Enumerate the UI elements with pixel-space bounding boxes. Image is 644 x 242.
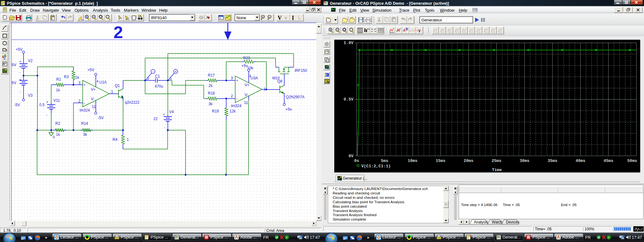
svg-text:0.5V: 0.5V [344,97,353,102]
svg-text:15ms: 15ms [436,158,445,163]
svg-text:5V: 5V [12,81,16,85]
svg-text:Generateur: Generateur [421,18,442,22]
svg-text:5V: 5V [12,63,16,67]
svg-text:V11: V11 [53,98,60,103]
svg-text:+: + [163,112,165,116]
svg-text:3k: 3k [83,132,87,137]
svg-text:Time = .05: Time = .05 [503,203,520,207]
svg-text:2: 2 [78,99,80,103]
svg-text:P: P [286,236,288,239]
svg-text:0s: 0s [354,158,359,163]
svg-text:* C:\Users\Amaury LAURENT\Docu: * C:\Users\Amaury LAURENT\Documents\Gene… [333,187,428,191]
svg-text:Q1: Q1 [115,84,120,88]
svg-text:V+: V+ [91,87,96,92]
svg-text:V: V [262,16,264,19]
svg-text:-5V: -5V [98,116,104,120]
svg-text:+5v: +5v [242,64,248,68]
svg-text:None: None [236,15,246,20]
svg-text:Watch: Watch [492,220,502,224]
svg-text:R17: R17 [208,73,215,78]
svg-text:Lecteur ...: Lecteur ... [60,235,79,239]
svg-text:+: + [19,60,21,63]
svg-text:Adobe ...: Adobe ... [240,235,257,239]
svg-text:lm324: lm324 [231,104,242,108]
svg-text:+5v: +5v [286,107,292,112]
svg-text:V-: V- [91,97,94,101]
svg-text:C1: C1 [155,74,160,78]
svg-text:PSpice ...: PSpice ... [91,235,108,239]
svg-text:11: 11 [244,101,248,105]
svg-text:V2: V2 [28,59,33,63]
svg-text:P: P [608,236,610,239]
svg-text:PSpice ...: PSpice ... [473,235,490,239]
svg-text:2k: 2k [208,84,213,88]
svg-text:20ms: 20ms [464,158,473,163]
svg-text:PSpice ...: PSpice ... [121,235,138,239]
svg-text:+5V: +5V [16,47,23,52]
svg-text:+5V: +5V [87,68,94,72]
svg-text:U3A: U3A [251,76,258,80]
svg-text:30ms: 30ms [519,158,529,163]
svg-text:-: - [164,125,165,129]
svg-text:lm324: lm324 [80,108,90,112]
svg-text:Reading and checking circuit: Reading and checking circuit [333,191,380,195]
svg-text:PSpice ...: PSpice ... [413,235,430,239]
svg-text:I: I [298,15,299,18]
svg-text:q2n2222: q2n2222 [125,100,140,105]
svg-text:-: - [84,101,85,105]
svg-text:Circuit read in and checked, n: Circuit read in and checked, no errors [333,195,395,200]
svg-text:25ms: 25ms [491,158,501,163]
svg-text:1k: 1k [56,132,60,137]
svg-text:Devices: Devices [506,220,519,224]
svg-text:-: - [46,113,47,117]
svg-text:PSpice ...: PSpice ... [210,235,228,239]
svg-text:FR: FR [585,235,591,240]
svg-text:1: 1 [111,89,113,94]
svg-text:10k: 10k [247,66,253,70]
svg-text:12k: 12k [230,109,236,113]
svg-text:Bias point calculated: Bias point calculated [333,204,367,209]
svg-text:PSpice ...: PSpice ... [151,235,168,239]
svg-text:V: V [278,15,282,21]
svg-text:-: - [153,69,154,74]
svg-text:A: A [3,63,4,65]
svg-text:IRF9140: IRF9140 [151,15,167,20]
svg-text:V(C1:2,C1:1): V(C1:2,C1:1) [361,164,391,169]
svg-text:Generat...: Generat... [180,235,199,239]
svg-text:»: » [367,235,369,240]
svg-text:Time: Time [492,168,502,172]
svg-text:10ms: 10ms [408,158,417,163]
svg-text:+: + [46,100,48,104]
svg-text:C: C [3,56,6,60]
svg-text:A: A [403,29,405,32]
svg-text:B: B [406,27,408,31]
svg-text:V4: V4 [169,110,174,114]
svg-text:Time step = 4.149E-06: Time step = 4.149E-06 [461,203,497,207]
svg-text:35ms: 35ms [547,158,557,163]
svg-text:R23: R23 [243,56,250,60]
svg-text:+: + [175,70,176,73]
svg-text:17:47: 17:47 [632,235,642,240]
svg-text:11: 11 [92,105,96,109]
svg-text:1.0V: 1.0V [344,41,353,45]
svg-text:45ms: 45ms [603,158,613,163]
svg-text:470u: 470u [155,84,163,89]
svg-text:R4: R4 [113,137,118,142]
svg-text:Transient Analysis: Transient Analysis [333,209,363,213]
svg-text:22: 22 [153,117,158,121]
svg-text:U1A: U1A [99,80,107,84]
svg-text:PSpice ...: PSpice ... [532,235,550,239]
svg-text:Generateur (...: Generateur (... [343,176,367,181]
svg-text:Transient Analysis finished: Transient Analysis finished [333,213,376,217]
svg-text:V+: V+ [245,83,249,87]
svg-text:Q8: Q8 [277,79,282,84]
svg-text:Fr: Fr [367,28,370,31]
svg-text:I: I [292,15,294,21]
svg-text:3: 3 [231,76,233,80]
svg-text:FR: FR [263,235,269,240]
svg-text:»: » [45,235,47,240]
svg-text:0V: 0V [348,154,353,158]
svg-text:R18: R18 [208,91,215,95]
svg-text:1k: 1k [56,88,60,92]
svg-text:40ms: 40ms [575,158,585,163]
